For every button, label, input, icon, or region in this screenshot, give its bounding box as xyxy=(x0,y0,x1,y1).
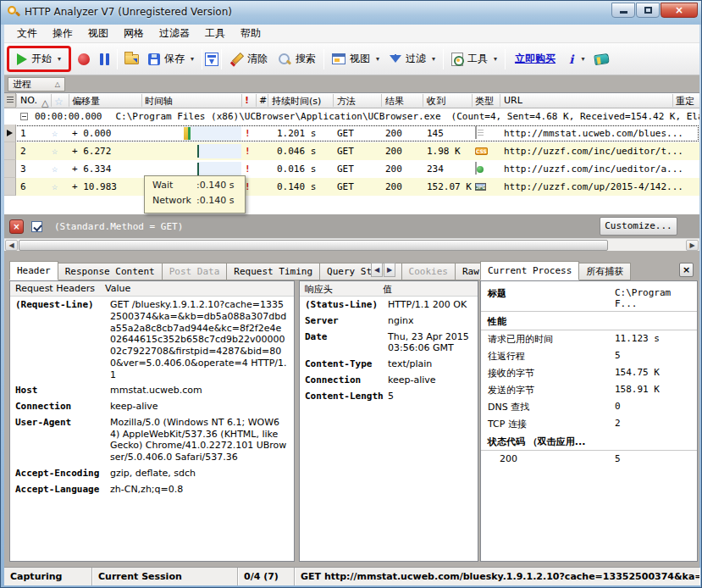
star-icon[interactable]: ☆ xyxy=(52,127,58,139)
col-timeline[interactable]: 时间轴 xyxy=(145,95,173,108)
header-row[interactable]: Connection keep-alive xyxy=(300,372,478,388)
panel-close-button[interactable]: × xyxy=(679,263,694,277)
col-offset[interactable]: 偏移量 xyxy=(72,95,100,108)
table-row[interactable]: 6 ☆ + 10.983 ! 0.140 s GET 200 152.07 K … xyxy=(4,178,699,196)
status-code-section-header[interactable]: 状态代码 （双击应用... xyxy=(481,432,697,451)
stat-label: TCP 连接 xyxy=(488,418,615,430)
stat-label: 接收的字节 xyxy=(488,367,615,380)
stop-record-button[interactable] xyxy=(78,53,90,65)
customize-button[interactable]: Customize... xyxy=(600,217,677,236)
stat-row: 往返行程 5 xyxy=(481,347,697,364)
col-redirect[interactable]: 重定 xyxy=(676,95,694,108)
row-menu-icon[interactable] xyxy=(7,97,14,104)
pause-button[interactable] xyxy=(100,53,109,65)
col-value[interactable]: 值 xyxy=(383,281,392,296)
tab-cookies[interactable]: Cookies xyxy=(402,263,456,280)
chevron-down-icon[interactable]: ▾ xyxy=(191,55,194,63)
menu-action[interactable]: 操作 xyxy=(45,24,80,43)
scroll-right-icon[interactable]: ▶ xyxy=(686,240,699,251)
tab-request-timing[interactable]: Request Timing xyxy=(227,263,320,280)
header-value: nginx xyxy=(388,315,474,327)
buy-now-link[interactable]: 立即购买 xyxy=(508,52,562,66)
header-row[interactable]: User-Agent Mozilla/5.0 (Windows NT 6.1; … xyxy=(10,414,294,465)
header-row[interactable]: Connection keep-alive xyxy=(10,398,294,414)
tools-button[interactable]: 工具 ▾ xyxy=(446,48,502,69)
error-icon: ! xyxy=(245,164,251,175)
open-session-button[interactable] xyxy=(124,54,139,64)
export-button[interactable] xyxy=(205,53,218,66)
col-no[interactable]: NO. xyxy=(20,95,37,106)
tab-current-process[interactable]: Current Process xyxy=(480,261,579,280)
group-by-process-tab[interactable]: 进程 △ xyxy=(8,77,65,92)
chevron-down-icon[interactable]: ▾ xyxy=(494,55,497,63)
tab-all-captures[interactable]: 所有捕获 xyxy=(579,263,631,280)
filter-enabled-checkbox[interactable] xyxy=(31,221,42,232)
star-icon[interactable]: ☆ xyxy=(52,145,58,157)
star-icon[interactable]: ☆ xyxy=(52,180,58,192)
process-group-row[interactable]: 00:00:00.000 C:\Program Files (x86)\UCBr… xyxy=(4,108,699,125)
col-type[interactable]: 类型 xyxy=(475,95,494,108)
col-method[interactable]: 方法 xyxy=(337,95,356,108)
menu-tools[interactable]: 工具 xyxy=(197,24,233,43)
save-label: 保存 xyxy=(164,52,185,66)
maximize-button[interactable] xyxy=(636,3,660,18)
close-button[interactable]: × xyxy=(661,3,698,18)
tab-scroll-right-icon[interactable]: ▶ xyxy=(384,263,395,277)
col-value[interactable]: Value xyxy=(105,281,130,296)
cell-url: http://uzzf.com/inc/ueditor/t... xyxy=(504,146,683,157)
header-row[interactable]: Content-Length 5 xyxy=(300,388,478,404)
search-button[interactable]: 搜索 xyxy=(273,48,321,69)
tab-scroll-left-icon[interactable]: ◀ xyxy=(371,263,383,277)
col-error[interactable]: ! xyxy=(245,95,249,106)
filter-button[interactable]: 过滤 ▾ xyxy=(384,48,440,69)
col-received[interactable]: 收到 xyxy=(427,95,445,108)
star-icon[interactable]: ☆ xyxy=(52,163,58,175)
start-button[interactable]: 开始 ▾ xyxy=(12,48,66,69)
header-row[interactable]: Host mmstat.ucweb.com xyxy=(10,382,294,398)
scrollbar-thumb[interactable] xyxy=(19,240,608,251)
tab-post-data[interactable]: Post Data xyxy=(163,263,228,280)
col-duration[interactable]: 持续时间(s) xyxy=(272,95,321,108)
menu-file[interactable]: 文件 xyxy=(9,24,45,43)
tab-header[interactable]: Header xyxy=(9,261,58,280)
header-row[interactable]: Accept-Language zh-CN,zh;q=0.8 xyxy=(10,481,294,497)
menu-help[interactable]: 帮助 xyxy=(233,24,268,43)
tab-response-content[interactable]: Response Content xyxy=(58,263,163,280)
remove-filter-button[interactable]: × xyxy=(9,219,24,234)
group-time: 00:00:00.000 xyxy=(35,111,102,122)
menu-view[interactable]: 视图 xyxy=(80,24,116,43)
save-button[interactable]: 保存 ▾ xyxy=(143,48,199,69)
cell-duration: 0.016 s xyxy=(277,164,316,175)
col-result[interactable]: 结果 xyxy=(385,95,404,108)
horizontal-scrollbar[interactable]: ◀ ▶ xyxy=(4,238,699,251)
info-button[interactable]: i ▾ xyxy=(562,49,589,69)
chevron-down-icon[interactable]: ▾ xyxy=(581,55,584,63)
header-row[interactable]: Server nginx xyxy=(300,313,478,329)
scroll-left-icon[interactable]: ◀ xyxy=(5,240,18,251)
header-row[interactable]: Content-Type text/plain xyxy=(300,356,478,372)
help-book-button[interactable] xyxy=(594,53,611,64)
table-row[interactable]: 2 ☆ + 6.272 ! 0.046 s GET 200 1.98 K CSS… xyxy=(4,142,699,160)
header-row[interactable]: (Status-Line) HTTP/1.1 200 OK xyxy=(300,297,478,313)
chevron-down-icon[interactable]: ▾ xyxy=(376,55,379,63)
col-request-headers[interactable]: Request Headers xyxy=(10,281,105,296)
info-icon: i xyxy=(567,53,575,66)
header-row[interactable]: (Request-Line) GET /bluesky.1.9.1.2.10?c… xyxy=(10,297,294,382)
table-row[interactable]: 3 ☆ + 6.334 ! 0.016 s GET 200 234 http:/… xyxy=(4,160,699,178)
col-hash[interactable]: # xyxy=(259,95,267,106)
minimize-button[interactable] xyxy=(611,3,635,18)
header-row[interactable]: Date Thu, 23 Apr 2015 03:56:06 GMT xyxy=(300,329,478,357)
col-url[interactable]: URL xyxy=(504,95,522,106)
clear-button[interactable]: 清除 xyxy=(224,48,273,69)
menu-filter[interactable]: 过滤器 xyxy=(152,24,197,43)
menu-grid[interactable]: 网格 xyxy=(116,24,152,43)
col-response-headers[interactable]: 响应头 xyxy=(300,281,383,296)
collapse-icon[interactable] xyxy=(20,113,28,120)
view-button[interactable]: 视图 ▾ xyxy=(327,48,384,69)
chevron-down-icon[interactable]: ▾ xyxy=(58,55,61,63)
col-star-icon[interactable]: ☆ xyxy=(54,96,64,108)
cell-received: 145 xyxy=(427,128,444,139)
chevron-down-icon[interactable]: ▾ xyxy=(432,55,435,63)
table-row[interactable]: 1 ☆ + 0.000 ! 1.201 s GET 200 145 http:/… xyxy=(4,125,699,142)
header-row[interactable]: Accept-Encoding gzip, deflate, sdch xyxy=(10,465,294,481)
